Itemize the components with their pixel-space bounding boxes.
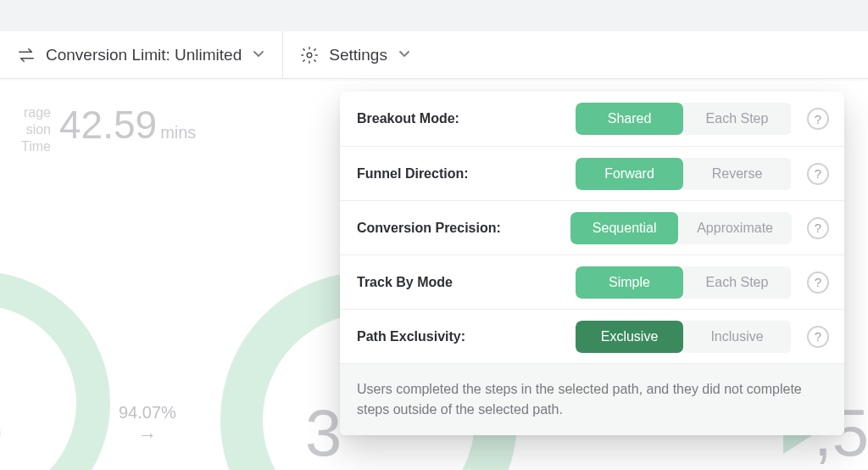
setting-row-funnel-direction: Funnel Direction: Forward Reverse ? [340,146,844,200]
conversion-limit-dropdown[interactable]: Conversion Limit: Unlimited [0,31,282,78]
stat-caption: rage sion Time [0,104,51,155]
conversion-limit-label: Conversion Limit: Unlimited [46,46,242,64]
segment-reverse[interactable]: Reverse [683,158,791,190]
arrow-right-icon: → [119,424,176,446]
segment-shared[interactable]: Shared [576,103,683,135]
setting-row-path-exclusivity: Path Exclusivity: Exclusive Inclusive ? [340,309,844,363]
stat-unit: mins [160,123,196,142]
gear-icon [300,46,319,64]
segment-sequential[interactable]: Sequential [570,212,678,244]
segment-each-step[interactable]: Each Step [683,266,791,299]
svg-point-0 [308,53,313,58]
settings-dropdown[interactable]: Settings [283,31,428,78]
setting-label: Track By Mode [357,275,576,290]
swap-icon [17,47,36,64]
segment-forward[interactable]: Forward [576,158,683,190]
setting-row-breakout-mode: Breakout Mode: Shared Each Step ? [340,92,844,146]
help-icon[interactable]: ? [807,271,829,294]
settings-label: Settings [329,46,387,64]
segmented-control: Forward Reverse [576,158,792,190]
avg-conversion-time-value: 42.59mins [59,102,196,148]
funnel-count-1: 0 [0,394,3,470]
segment-approximate[interactable]: Approximate [678,212,792,244]
funnel-ring-1 [0,271,110,470]
chevron-down-icon [252,46,265,64]
segmented-control: Shared Each Step [576,103,792,135]
funnel-step-pct: 94.07% → [119,403,176,446]
segment-each-step[interactable]: Each Step [683,103,791,135]
segmented-control: Exclusive Inclusive [576,321,792,353]
segmented-control: Sequential Approximate [570,212,792,244]
segment-inclusive[interactable]: Inclusive [683,321,791,353]
setting-description: Users completed the steps in the selecte… [340,363,844,435]
toolbar: Conversion Limit: Unlimited Settings [0,31,868,79]
settings-panel: Breakout Mode: Shared Each Step ? Funnel… [340,92,844,435]
help-icon[interactable]: ? [807,326,829,348]
segment-simple[interactable]: Simple [576,266,683,299]
help-icon[interactable]: ? [807,108,829,130]
chevron-down-icon [398,46,411,64]
stat-number: 42.59 [59,103,157,147]
top-toolbar-spacer [0,0,868,31]
segmented-control: Simple Each Step [576,266,792,299]
help-icon[interactable]: ? [807,217,829,239]
setting-row-conversion-precision: Conversion Precision: Sequential Approxi… [340,200,844,255]
setting-row-track-by-mode: Track By Mode Simple Each Step ? [340,255,844,309]
setting-label: Path Exclusivity: [357,329,576,344]
funnel-count-2: 3 [305,394,342,470]
setting-label: Conversion Precision: [357,221,570,236]
help-icon[interactable]: ? [807,163,829,185]
setting-label: Funnel Direction: [357,166,576,182]
segment-exclusive[interactable]: Exclusive [576,321,683,353]
setting-label: Breakout Mode: [357,111,576,126]
